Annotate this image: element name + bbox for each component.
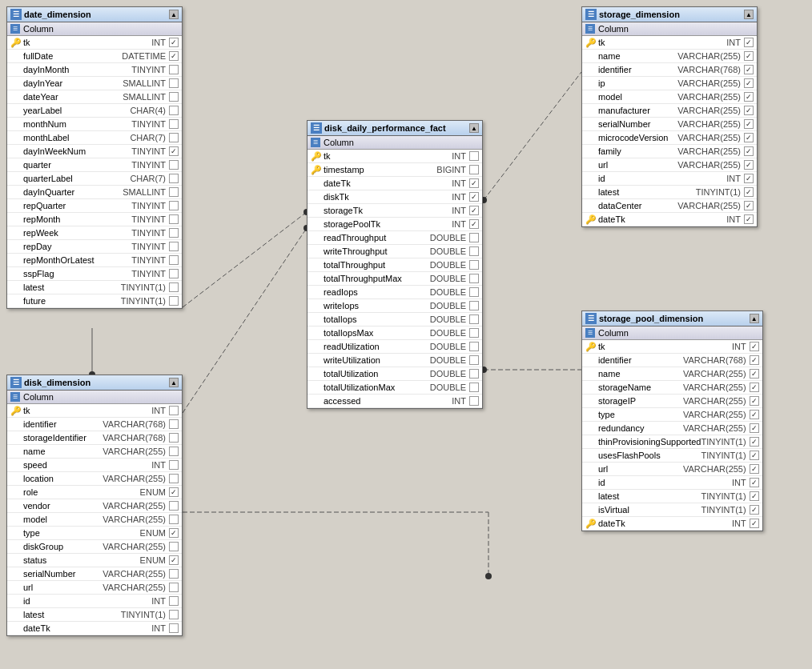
table-row[interactable]: 🔑timestampBIGINT: [308, 163, 482, 177]
minimize-button[interactable]: ▲: [169, 10, 179, 19]
row-checkbox[interactable]: [750, 451, 759, 460]
table-row[interactable]: 🔑tkINT: [582, 340, 762, 354]
table-row[interactable]: 🔑nameVARCHAR(255): [582, 50, 757, 63]
row-checkbox[interactable]: [744, 51, 754, 61]
row-checkbox[interactable]: [169, 38, 179, 47]
table-row[interactable]: 🔑vendorVARCHAR(255): [7, 499, 182, 513]
table-row[interactable]: 🔑identifierVARCHAR(768): [582, 63, 757, 77]
table-row[interactable]: 🔑nameVARCHAR(255): [582, 367, 762, 381]
row-checkbox[interactable]: [169, 174, 179, 183]
table-row[interactable]: 🔑dateTkINT: [582, 517, 762, 531]
row-checkbox[interactable]: [744, 174, 754, 183]
row-checkbox[interactable]: [750, 519, 759, 528]
row-checkbox[interactable]: [169, 296, 179, 306]
table-row[interactable]: 🔑dayInYearSMALLINT: [7, 77, 182, 90]
row-checkbox[interactable]: [744, 38, 754, 47]
table-row[interactable]: 🔑idINT: [582, 172, 757, 186]
table-row[interactable]: 🔑monthNumTINYINT: [7, 118, 182, 131]
minimize-button[interactable]: ▲: [469, 123, 479, 133]
row-checkbox[interactable]: [744, 160, 754, 170]
row-checkbox[interactable]: [744, 106, 754, 115]
row-checkbox[interactable]: [169, 119, 179, 129]
row-checkbox[interactable]: [469, 246, 479, 256]
table-row[interactable]: 🔑diskGroupVARCHAR(255): [7, 540, 182, 554]
row-checkbox[interactable]: [469, 151, 479, 161]
row-checkbox[interactable]: [169, 555, 179, 565]
table-row[interactable]: 🔑quarterTINYINT: [7, 158, 182, 172]
row-checkbox[interactable]: [169, 201, 179, 210]
row-checkbox[interactable]: [469, 328, 479, 338]
row-checkbox[interactable]: [750, 491, 759, 501]
table-row[interactable]: 🔑sspFlagTINYINT: [7, 267, 182, 281]
row-checkbox[interactable]: [169, 146, 179, 156]
table-row[interactable]: 🔑monthLabelCHAR(7): [7, 131, 182, 145]
row-checkbox[interactable]: [169, 78, 179, 88]
row-checkbox[interactable]: [744, 65, 754, 74]
table-row[interactable]: 🔑locationVARCHAR(255): [7, 472, 182, 486]
table-row[interactable]: 🔑urlVARCHAR(255): [7, 581, 182, 595]
table-row[interactable]: 🔑identifierVARCHAR(768): [582, 354, 762, 367]
table-row[interactable]: 🔑quarterLabelCHAR(7): [7, 172, 182, 186]
row-checkbox[interactable]: [750, 396, 759, 406]
table-row[interactable]: 🔑tkINT: [7, 404, 182, 418]
table-header-storage_dimension[interactable]: ☰storage_dimension▲: [582, 7, 757, 22]
row-checkbox[interactable]: [750, 464, 759, 474]
table-row[interactable]: 🔑microcodeVersionVARCHAR(255): [582, 131, 757, 145]
table-row[interactable]: 🔑storageIPVARCHAR(255): [582, 395, 762, 408]
table-row[interactable]: 🔑idINT: [582, 476, 762, 490]
row-checkbox[interactable]: [469, 178, 479, 188]
table-row[interactable]: 🔑totalIopsDOUBLE: [308, 313, 482, 326]
row-checkbox[interactable]: [469, 314, 479, 324]
row-checkbox[interactable]: [169, 447, 179, 456]
table-row[interactable]: 🔑typeENUM: [7, 527, 182, 540]
row-checkbox[interactable]: [744, 78, 754, 88]
table-row[interactable]: 🔑latestTINYINT(1): [7, 281, 182, 294]
row-checkbox[interactable]: [169, 433, 179, 443]
table-row[interactable]: 🔑dateTkINT: [582, 213, 757, 226]
row-checkbox[interactable]: [750, 423, 759, 433]
row-checkbox[interactable]: [750, 410, 759, 419]
table-header-disk_dimension[interactable]: ☰disk_dimension▲: [7, 375, 182, 391]
table-row[interactable]: 🔑writeThroughputDOUBLE: [308, 245, 482, 258]
row-checkbox[interactable]: [750, 355, 759, 365]
row-checkbox[interactable]: [750, 383, 759, 392]
row-checkbox[interactable]: [169, 242, 179, 251]
table-header-storage_pool_dimension[interactable]: ☰storage_pool_dimension▲: [582, 311, 762, 326]
row-checkbox[interactable]: [169, 269, 179, 278]
table-row[interactable]: 🔑idINT: [7, 595, 182, 608]
table-row[interactable]: 🔑urlVARCHAR(255): [582, 158, 757, 172]
row-checkbox[interactable]: [750, 478, 759, 487]
table-row[interactable]: 🔑modelVARCHAR(255): [582, 90, 757, 104]
row-checkbox[interactable]: [169, 583, 179, 592]
row-checkbox[interactable]: [744, 214, 754, 224]
table-row[interactable]: 🔑writeIopsDOUBLE: [308, 299, 482, 313]
row-checkbox[interactable]: [469, 206, 479, 215]
table-row[interactable]: 🔑tkINT: [308, 150, 482, 163]
table-row[interactable]: 🔑latestTINYINT(1): [582, 490, 762, 503]
row-checkbox[interactable]: [169, 133, 179, 142]
table-row[interactable]: 🔑latestTINYINT(1): [582, 186, 757, 199]
table-row[interactable]: 🔑totalUtilizationDOUBLE: [308, 367, 482, 381]
table-row[interactable]: 🔑storageTkINT: [308, 204, 482, 218]
table-row[interactable]: 🔑tkINT: [582, 36, 757, 50]
table-row[interactable]: 🔑totalThroughputMaxDOUBLE: [308, 272, 482, 286]
table-row[interactable]: 🔑usesFlashPoolsTINYINT(1): [582, 449, 762, 463]
row-checkbox[interactable]: [169, 419, 179, 429]
table-row[interactable]: 🔑typeVARCHAR(255): [582, 408, 762, 422]
table-row[interactable]: 🔑repMonthOrLatestTINYINT: [7, 254, 182, 267]
row-checkbox[interactable]: [744, 133, 754, 142]
row-checkbox[interactable]: [469, 192, 479, 202]
table-row[interactable]: 🔑speedINT: [7, 459, 182, 472]
table-row[interactable]: 🔑storagePoolTkINT: [308, 218, 482, 231]
table-row[interactable]: 🔑futureTINYINT(1): [7, 294, 182, 308]
row-checkbox[interactable]: [744, 201, 754, 210]
table-row[interactable]: 🔑identifierVARCHAR(768): [7, 418, 182, 431]
row-checkbox[interactable]: [744, 119, 754, 129]
table-row[interactable]: 🔑repDayTINYINT: [7, 240, 182, 254]
table-row[interactable]: 🔑readUtilizationDOUBLE: [308, 340, 482, 354]
row-checkbox[interactable]: [469, 219, 479, 229]
row-checkbox[interactable]: [469, 287, 479, 297]
table-row[interactable]: 🔑statusENUM: [7, 554, 182, 567]
table-row[interactable]: 🔑dayInQuarterSMALLINT: [7, 186, 182, 199]
row-checkbox[interactable]: [750, 505, 759, 515]
